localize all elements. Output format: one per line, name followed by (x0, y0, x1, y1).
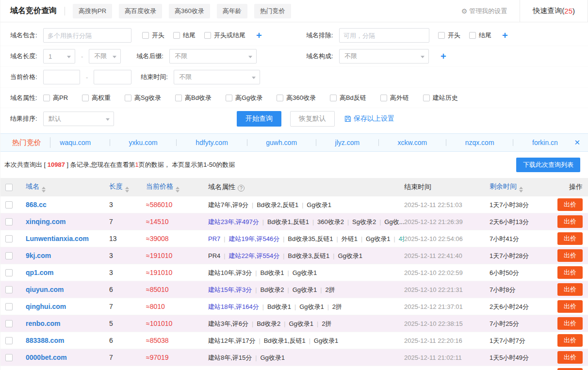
checkbox-icon[interactable] (82, 95, 89, 101)
attr-option-checkbox[interactable]: 高PR (43, 94, 68, 102)
attr-option-checkbox[interactable]: 高360收录 (277, 94, 316, 102)
suffix-select[interactable]: 不限 (169, 49, 257, 64)
bid-button[interactable]: 出价 (557, 249, 583, 262)
column-header-label[interactable]: 剩余时间 (490, 182, 517, 190)
search-button[interactable]: 开始查询 (237, 111, 281, 127)
row-checkbox[interactable] (5, 218, 13, 225)
select-all-checkbox[interactable] (5, 184, 13, 191)
hot-domain-link[interactable]: waqu.com (60, 139, 91, 146)
top-tab-4[interactable]: 高年龄 (217, 4, 247, 18)
hot-domain-link[interactable]: xckw.com (398, 139, 427, 146)
sort-icon[interactable] (176, 187, 180, 193)
row-checkbox[interactable] (5, 337, 13, 344)
bid-button[interactable]: 出价 (557, 368, 583, 370)
length-from-select[interactable]: 1 (43, 49, 75, 64)
top-tab-3[interactable]: 高360收录 (169, 4, 210, 18)
help-icon[interactable]: ? (238, 185, 245, 192)
bid-button[interactable]: 出价 (557, 351, 583, 364)
save-settings-link[interactable]: 保存以上设置 (344, 114, 394, 123)
domain-link[interactable]: Lunwentianxia.com (26, 235, 89, 242)
hot-domain-link[interactable]: yxku.com (129, 139, 158, 146)
bid-button[interactable]: 出价 (557, 317, 583, 330)
reset-button[interactable]: 恢复默认 (290, 111, 335, 127)
checkbox-icon[interactable] (469, 32, 476, 39)
top-tab-5[interactable]: 热门竞价 (254, 4, 291, 18)
row-checkbox[interactable] (5, 286, 13, 293)
hot-domain-link[interactable]: nzqx.com (465, 139, 494, 146)
column-header-label[interactable]: 域名 (26, 182, 39, 190)
sort-icon[interactable] (42, 187, 46, 193)
compose-select[interactable]: 不限 (339, 49, 429, 64)
checkbox-icon[interactable] (330, 95, 337, 101)
checkbox-icon[interactable] (277, 95, 283, 101)
domain-link[interactable]: 0000bet.com (26, 354, 67, 361)
manage-settings-link[interactable]: ⚙ 管理我的设置 (461, 7, 507, 16)
checkbox-icon[interactable] (43, 95, 50, 101)
attr-option-checkbox[interactable]: 建站历史 (423, 94, 458, 102)
attr-option-checkbox[interactable]: 高Gg收录 (226, 94, 262, 102)
row-checkbox[interactable] (5, 269, 13, 276)
domain-link[interactable]: qp1.com (26, 269, 54, 276)
bid-button[interactable]: 出价 (557, 232, 583, 245)
attr-option-checkbox[interactable]: 高外链 (380, 94, 409, 102)
row-checkbox[interactable] (5, 320, 13, 327)
bid-button[interactable]: 出价 (557, 198, 583, 211)
bid-button[interactable]: 出价 (557, 266, 583, 279)
attr-option-checkbox[interactable]: 高权重 (82, 94, 111, 102)
domain-link[interactable]: renbo.com (26, 320, 61, 327)
checkbox-icon[interactable] (226, 95, 232, 101)
bid-button[interactable]: 出价 (557, 300, 583, 313)
exclude-add-icon[interactable]: + (502, 31, 508, 40)
checkbox-icon[interactable] (175, 95, 182, 101)
row-checkbox[interactable] (5, 235, 13, 242)
domain-link[interactable]: 868.cc (26, 201, 47, 209)
attr-option-checkbox[interactable]: 高Sg收录 (125, 94, 161, 102)
include-option-checkbox[interactable]: 开头或结尾 (204, 31, 245, 40)
row-checkbox[interactable] (5, 303, 13, 310)
end-time-select[interactable]: 不限 (174, 70, 260, 84)
checkbox-icon[interactable] (142, 32, 149, 39)
hot-domain-link[interactable]: guwh.com (266, 139, 297, 146)
domain-link[interactable]: qiuyun.com (26, 286, 64, 293)
top-tab-1[interactable]: 高搜狗PR (73, 4, 112, 18)
include-option-checkbox[interactable]: 开头 (142, 31, 164, 40)
length-to-select[interactable]: 不限 (89, 49, 121, 64)
domain-link[interactable]: 883388.com (26, 337, 64, 344)
close-icon[interactable]: ✕ (574, 138, 580, 147)
include-input[interactable] (43, 28, 131, 43)
domain-link[interactable]: 9kj.com (26, 252, 51, 259)
domain-link[interactable]: qinghui.com (26, 303, 66, 310)
price-max-input[interactable] (94, 70, 131, 84)
sort-select[interactable]: 默认 (43, 112, 114, 126)
checkbox-icon[interactable] (380, 95, 387, 101)
exclude-input[interactable] (339, 28, 429, 43)
row-checkbox[interactable] (5, 354, 13, 361)
bid-button[interactable]: 出价 (557, 215, 583, 228)
price-min-input[interactable] (43, 70, 80, 84)
domain-link[interactable]: xinqing.com (26, 218, 65, 225)
column-header-label[interactable]: 当前价格 (146, 182, 173, 190)
attr-option-checkbox[interactable]: 高Bd收录 (175, 94, 212, 102)
checkbox-icon[interactable] (423, 95, 430, 101)
bid-button[interactable]: 出价 (557, 334, 583, 347)
checkbox-icon[interactable] (173, 32, 180, 39)
row-checkbox[interactable] (5, 252, 13, 259)
bid-button[interactable]: 出价 (557, 283, 583, 296)
checkbox-icon[interactable] (438, 32, 445, 39)
exclude-option-checkbox[interactable]: 开头 (438, 31, 460, 40)
include-option-checkbox[interactable]: 结尾 (173, 31, 196, 40)
sort-icon[interactable] (519, 187, 523, 193)
attr-option-checkbox[interactable]: 高Bd反链 (330, 94, 366, 102)
hot-domain-link[interactable]: hdfyty.com (196, 139, 228, 146)
column-header-label[interactable]: 长度 (109, 182, 123, 190)
quick-query-tab[interactable]: 快速查询(25) (520, 0, 588, 22)
sort-icon[interactable] (125, 187, 129, 193)
checkbox-icon[interactable] (125, 95, 131, 101)
hot-domain-link[interactable]: forkin.cn (532, 139, 558, 146)
top-tab-2[interactable]: 高百度收录 (119, 4, 162, 18)
hot-domain-link[interactable]: jlyz.com (335, 139, 360, 146)
include-add-icon[interactable]: + (256, 31, 262, 40)
row-checkbox[interactable] (5, 201, 13, 209)
compose-add-icon[interactable]: + (441, 51, 446, 61)
checkbox-icon[interactable] (204, 32, 211, 39)
